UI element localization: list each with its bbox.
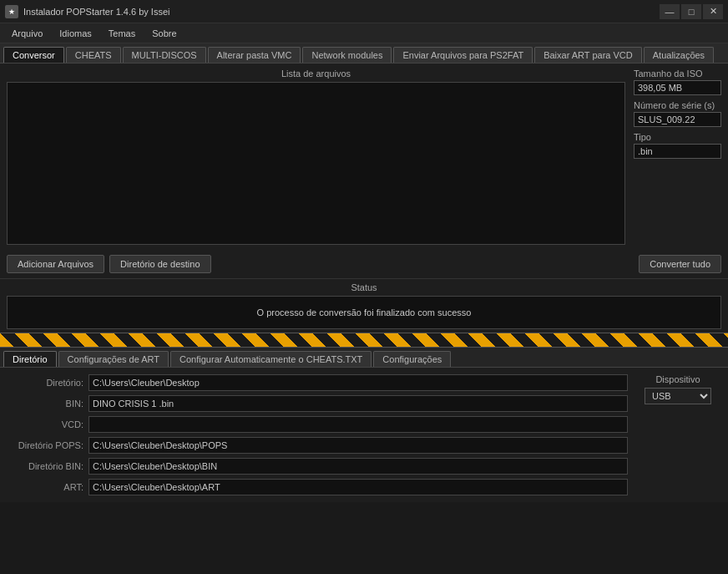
- convert-all-button[interactable]: Converter tudo: [639, 255, 721, 273]
- status-box: O processo de conversão foi finalizado c…: [7, 296, 721, 329]
- type-label: Tipo: [634, 132, 721, 142]
- field-row-diretorio: Diretório:: [8, 374, 628, 391]
- button-row: Adicionar Arquivos Diretório de destino …: [0, 250, 728, 278]
- minimize-button[interactable]: —: [660, 4, 680, 19]
- field-row-pops: Diretório POPS:: [8, 437, 628, 454]
- file-list-label: Lista de arquivos: [7, 69, 625, 79]
- bottom-tab-config-art[interactable]: Configurações de ART: [58, 351, 169, 367]
- device-section: Dispositivo USB HDD: [636, 374, 720, 495]
- menu-bar: Arquivo Idiomas Temas Sobre: [0, 23, 728, 43]
- bottom-tab-config-cheats[interactable]: Configurar Automaticamente o CHEATS.TXT: [170, 351, 372, 367]
- field-row-bin-dir: Diretório BIN:: [8, 458, 628, 475]
- field-input-art[interactable]: [88, 479, 628, 495]
- app-icon: ★: [5, 5, 18, 18]
- top-panel: Lista de arquivos Tamanho da ISO 398,05 …: [0, 63, 728, 250]
- dir-content: Diretório: BIN: VCD: Diretório POPS: Dir…: [0, 368, 728, 502]
- bottom-section: Diretório Configurações de ART Configura…: [0, 348, 728, 502]
- maximize-button[interactable]: □: [681, 4, 701, 19]
- dest-dir-button[interactable]: Diretório de destino: [109, 255, 210, 273]
- main-tabs: Conversor CHEATS MULTI-DISCOS Alterar pa…: [0, 43, 728, 63]
- tab-enviar-arquivos[interactable]: Enviar Arquivos para PS2FAT: [393, 47, 533, 63]
- bottom-tabs: Diretório Configurações de ART Configura…: [0, 348, 728, 368]
- field-input-pops[interactable]: [88, 437, 628, 454]
- title-bar: ★ Instalador POPStarter 1.4.6 by Issei —…: [0, 0, 728, 23]
- field-label-art: ART:: [8, 482, 83, 492]
- add-files-button[interactable]: Adicionar Arquivos: [7, 255, 104, 273]
- type-value: .bin: [634, 144, 721, 159]
- menu-temas[interactable]: Temas: [100, 27, 144, 40]
- bottom-tab-configuracoes[interactable]: Configurações: [373, 351, 451, 367]
- warning-stripe: [0, 333, 728, 348]
- tab-multi-discos[interactable]: MULTI-DISCOS: [123, 47, 206, 63]
- tab-atualizacoes[interactable]: Atualizações: [644, 47, 714, 63]
- field-input-bin-dir[interactable]: [88, 458, 628, 475]
- field-input-diretorio[interactable]: [88, 374, 628, 391]
- file-list-box: [7, 82, 625, 245]
- serial-label: Número de série (s): [634, 100, 721, 110]
- field-label-vcd: VCD:: [8, 419, 83, 429]
- menu-arquivo[interactable]: Arquivo: [3, 27, 51, 40]
- field-label-diretorio: Diretório:: [8, 378, 83, 388]
- tab-cheats[interactable]: CHEATS: [66, 47, 121, 63]
- field-label-pops: Diretório POPS:: [8, 440, 83, 450]
- field-row-art: ART:: [8, 479, 628, 495]
- serial-value: SLUS_009.22: [634, 112, 721, 127]
- field-input-vcd[interactable]: [88, 416, 628, 433]
- bottom-tab-diretorio[interactable]: Diretório: [3, 351, 57, 367]
- file-list-section: Lista de arquivos: [7, 69, 625, 245]
- size-value: 398,05 MB: [634, 80, 721, 95]
- status-title: Status: [7, 282, 721, 292]
- field-label-bin-dir: Diretório BIN:: [8, 461, 83, 471]
- tab-alterar-vmc[interactable]: Alterar pasta VMC: [208, 47, 301, 63]
- tab-network-modules[interactable]: Network modules: [302, 47, 392, 63]
- status-area: Status O processo de conversão foi final…: [0, 278, 728, 333]
- close-button[interactable]: ✕: [703, 4, 723, 19]
- menu-sobre[interactable]: Sobre: [144, 27, 185, 40]
- size-label: Tamanho da ISO: [634, 69, 721, 79]
- menu-idiomas[interactable]: Idiomas: [51, 27, 100, 40]
- device-select[interactable]: USB HDD: [645, 388, 711, 404]
- field-row-vcd: VCD:: [8, 416, 628, 433]
- field-label-bin: BIN:: [8, 399, 83, 409]
- tab-conversor[interactable]: Conversor: [3, 47, 64, 63]
- app-title: Instalador POPStarter 1.4.6 by Issei: [23, 7, 169, 17]
- field-row-bin: BIN:: [8, 395, 628, 412]
- field-input-bin[interactable]: [88, 395, 628, 412]
- dir-fields: Diretório: BIN: VCD: Diretório POPS: Dir…: [8, 374, 628, 495]
- iso-info-section: Tamanho da ISO 398,05 MB Número de série…: [634, 69, 721, 245]
- tab-baixar-art[interactable]: Baixar ART para VCD: [534, 47, 642, 63]
- device-label: Dispositivo: [655, 374, 700, 384]
- status-message: O processo de conversão foi finalizado c…: [257, 307, 472, 317]
